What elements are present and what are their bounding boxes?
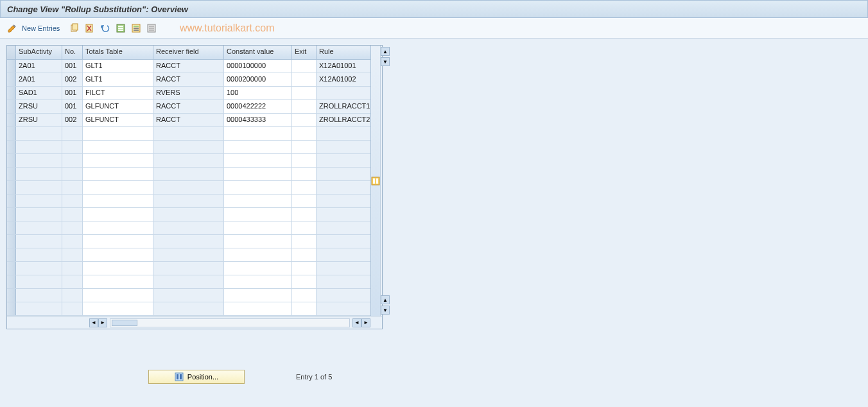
row-selector[interactable] bbox=[7, 262, 16, 275]
cell-receiver-field[interactable] bbox=[153, 289, 224, 302]
cell-receiver-field[interactable] bbox=[153, 127, 224, 140]
cell-constant-value[interactable] bbox=[224, 208, 292, 221]
cell-no[interactable]: 001 bbox=[62, 60, 83, 73]
cell-totals-table[interactable] bbox=[83, 235, 153, 248]
cell-constant-value[interactable]: 0000422222 bbox=[224, 100, 292, 113]
cell-subactivity[interactable] bbox=[16, 302, 62, 315]
cell-receiver-field[interactable] bbox=[153, 181, 224, 194]
cell-rule[interactable] bbox=[317, 181, 370, 194]
cell-subactivity[interactable]: SAD1 bbox=[16, 87, 62, 100]
cell-subactivity[interactable] bbox=[16, 235, 62, 248]
row-selector[interactable] bbox=[7, 235, 16, 248]
cell-rule[interactable]: ZROLLRACCT1 bbox=[317, 100, 370, 113]
cell-subactivity[interactable] bbox=[16, 275, 62, 288]
cell-totals-table[interactable]: FILCT bbox=[83, 87, 153, 100]
cell-no[interactable] bbox=[62, 302, 83, 315]
cell-exit[interactable] bbox=[292, 168, 317, 180]
cell-exit[interactable] bbox=[292, 235, 317, 248]
scroll-down-bottom-icon[interactable]: ▼ bbox=[381, 306, 390, 315]
cell-constant-value[interactable] bbox=[224, 127, 292, 140]
row-selector[interactable] bbox=[7, 168, 16, 180]
cell-receiver-field[interactable] bbox=[153, 168, 224, 180]
copy-icon[interactable] bbox=[69, 22, 80, 34]
cell-totals-table[interactable] bbox=[83, 262, 153, 275]
row-selector[interactable] bbox=[7, 275, 16, 288]
scroll-right-icon[interactable]: ► bbox=[98, 318, 107, 327]
cell-rule[interactable] bbox=[317, 141, 370, 153]
cell-exit[interactable] bbox=[292, 289, 317, 302]
cell-rule[interactable] bbox=[317, 208, 370, 221]
cell-constant-value[interactable] bbox=[224, 262, 292, 275]
column-header-constant-value[interactable]: Constant value bbox=[224, 46, 292, 59]
select-block-icon[interactable] bbox=[130, 22, 142, 34]
scroll-up-icon[interactable]: ▲ bbox=[381, 47, 390, 56]
row-selector[interactable] bbox=[7, 302, 16, 315]
cell-rule[interactable] bbox=[317, 275, 370, 288]
cell-constant-value[interactable] bbox=[224, 141, 292, 153]
cell-receiver-field[interactable] bbox=[153, 141, 224, 153]
cell-exit[interactable] bbox=[292, 100, 317, 113]
cell-no[interactable] bbox=[62, 208, 83, 221]
cell-receiver-field[interactable] bbox=[153, 208, 224, 221]
cell-constant-value[interactable] bbox=[224, 235, 292, 248]
cell-no[interactable]: 002 bbox=[62, 114, 83, 126]
cell-no[interactable] bbox=[62, 141, 83, 153]
cell-exit[interactable] bbox=[292, 127, 317, 140]
cell-totals-table[interactable] bbox=[83, 221, 153, 234]
row-selector[interactable] bbox=[7, 248, 16, 261]
cell-constant-value[interactable]: 0000200000 bbox=[224, 73, 292, 86]
cell-rule[interactable] bbox=[317, 289, 370, 302]
cell-rule[interactable] bbox=[317, 248, 370, 261]
cell-receiver-field[interactable] bbox=[153, 275, 224, 288]
cell-exit[interactable] bbox=[292, 141, 317, 153]
cell-receiver-field[interactable]: RACCT bbox=[153, 73, 224, 86]
cell-receiver-field[interactable] bbox=[153, 262, 224, 275]
row-selector[interactable] bbox=[7, 181, 16, 194]
scroll-left-icon[interactable]: ◄ bbox=[89, 318, 98, 327]
cell-constant-value[interactable] bbox=[224, 221, 292, 234]
position-button[interactable]: Position... bbox=[148, 370, 245, 384]
column-header-subactivity[interactable]: SubActivty bbox=[16, 46, 62, 59]
cell-exit[interactable] bbox=[292, 262, 317, 275]
select-all-icon[interactable] bbox=[115, 22, 126, 34]
change-icon[interactable] bbox=[6, 22, 18, 34]
cell-totals-table[interactable] bbox=[83, 141, 153, 153]
row-selector[interactable] bbox=[7, 100, 16, 113]
cell-no[interactable] bbox=[62, 262, 83, 275]
cell-totals-table[interactable] bbox=[83, 208, 153, 221]
cell-receiver-field[interactable] bbox=[153, 154, 224, 167]
row-selector-header[interactable] bbox=[7, 46, 16, 59]
cell-totals-table[interactable] bbox=[83, 302, 153, 315]
undo-icon[interactable] bbox=[100, 22, 111, 34]
cell-exit[interactable] bbox=[292, 87, 317, 100]
row-selector[interactable] bbox=[7, 289, 16, 302]
cell-constant-value[interactable]: 100 bbox=[224, 87, 292, 100]
column-header-no[interactable]: No. bbox=[62, 46, 83, 59]
cell-no[interactable]: 001 bbox=[62, 87, 83, 100]
cell-no[interactable]: 001 bbox=[62, 100, 83, 113]
cell-constant-value[interactable] bbox=[224, 181, 292, 194]
row-selector[interactable] bbox=[7, 221, 16, 234]
cell-totals-table[interactable]: GLT1 bbox=[83, 60, 153, 73]
cell-no[interactable] bbox=[62, 221, 83, 234]
cell-totals-table[interactable] bbox=[83, 289, 153, 302]
cell-constant-value[interactable] bbox=[224, 302, 292, 315]
cell-receiver-field[interactable]: RACCT bbox=[153, 114, 224, 126]
cell-no[interactable] bbox=[62, 127, 83, 140]
cell-no[interactable] bbox=[62, 154, 83, 167]
delete-icon[interactable] bbox=[84, 22, 96, 34]
cell-constant-value[interactable]: 0000433333 bbox=[224, 114, 292, 126]
cell-exit[interactable] bbox=[292, 114, 317, 126]
cell-rule[interactable] bbox=[317, 87, 370, 100]
hscroll-track[interactable] bbox=[110, 318, 350, 327]
cell-no[interactable] bbox=[62, 289, 83, 302]
cell-totals-table[interactable]: GLFUNCT bbox=[83, 100, 153, 113]
cell-constant-value[interactable]: 0000100000 bbox=[224, 60, 292, 73]
deselect-all-icon[interactable] bbox=[146, 22, 157, 34]
cell-subactivity[interactable] bbox=[16, 289, 62, 302]
cell-rule[interactable] bbox=[317, 127, 370, 140]
cell-totals-table[interactable] bbox=[83, 181, 153, 194]
cell-no[interactable] bbox=[62, 181, 83, 194]
cell-receiver-field[interactable] bbox=[153, 235, 224, 248]
vertical-scrollbar[interactable]: ▲ ▼ ▲ ▼ bbox=[380, 46, 382, 316]
